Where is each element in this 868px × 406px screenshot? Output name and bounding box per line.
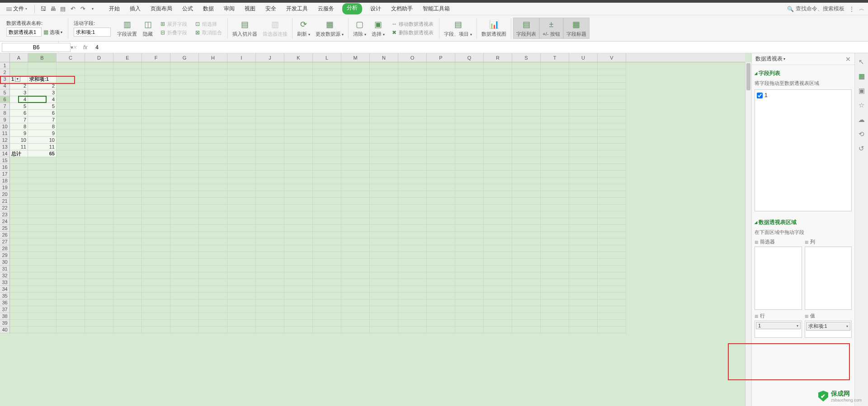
- cell[interactable]: [28, 320, 57, 327]
- cell[interactable]: [199, 211, 227, 218]
- row-header-40[interactable]: 40: [0, 327, 10, 333]
- cell[interactable]: [199, 69, 227, 76]
- pivot-name-input[interactable]: [6, 28, 42, 37]
- cell[interactable]: [455, 191, 484, 198]
- value-drop-area[interactable]: 求和项:1▾: [805, 321, 852, 338]
- cell[interactable]: [10, 238, 28, 245]
- cell[interactable]: [341, 245, 370, 252]
- cell[interactable]: 10: [28, 137, 57, 144]
- row-header-13[interactable]: 13: [0, 144, 10, 150]
- cell[interactable]: [370, 157, 398, 164]
- cell[interactable]: [10, 327, 28, 333]
- cell[interactable]: [313, 83, 341, 89]
- cell[interactable]: [113, 266, 142, 272]
- row-header-39[interactable]: 39: [0, 320, 10, 327]
- cell[interactable]: [313, 198, 341, 205]
- cell[interactable]: [199, 272, 227, 279]
- cell[interactable]: [170, 191, 199, 198]
- cell[interactable]: [85, 313, 113, 320]
- cell[interactable]: [484, 238, 512, 245]
- cell[interactable]: [512, 76, 541, 83]
- cell[interactable]: [569, 191, 598, 198]
- cell[interactable]: [57, 266, 85, 272]
- cell[interactable]: [113, 320, 142, 327]
- cell[interactable]: [313, 110, 341, 117]
- cell[interactable]: [199, 164, 227, 171]
- cell[interactable]: [142, 286, 170, 293]
- cell[interactable]: [28, 238, 57, 245]
- cell[interactable]: [484, 245, 512, 252]
- row-header-38[interactable]: 38: [0, 313, 10, 320]
- cell[interactable]: [455, 177, 484, 184]
- cell[interactable]: [85, 232, 113, 238]
- cell[interactable]: [313, 76, 341, 83]
- history-icon[interactable]: ↺: [858, 145, 866, 153]
- cell[interactable]: [398, 259, 427, 266]
- cell[interactable]: [256, 171, 284, 177]
- cell[interactable]: [341, 293, 370, 299]
- cell[interactable]: [284, 103, 313, 110]
- cell[interactable]: [370, 286, 398, 293]
- cell[interactable]: [57, 184, 85, 191]
- cell[interactable]: [512, 320, 541, 327]
- cell[interactable]: [142, 69, 170, 76]
- cell[interactable]: [113, 259, 142, 266]
- cell[interactable]: [341, 62, 370, 69]
- cell[interactable]: [284, 313, 313, 320]
- cell[interactable]: [170, 157, 199, 164]
- cell[interactable]: [484, 252, 512, 259]
- row-header-26[interactable]: 26: [0, 232, 10, 238]
- cell[interactable]: [28, 184, 57, 191]
- cell[interactable]: [370, 232, 398, 238]
- cell[interactable]: [370, 69, 398, 76]
- cell[interactable]: [57, 69, 85, 76]
- cell[interactable]: [85, 205, 113, 211]
- cell[interactable]: [512, 266, 541, 272]
- cell[interactable]: [142, 205, 170, 211]
- row-header-1[interactable]: 1: [0, 62, 10, 69]
- cell[interactable]: [541, 103, 569, 110]
- cell[interactable]: [569, 198, 598, 205]
- cell[interactable]: [256, 238, 284, 245]
- cell[interactable]: [10, 177, 28, 184]
- cell[interactable]: [113, 245, 142, 252]
- cell[interactable]: [170, 89, 199, 96]
- cell[interactable]: [113, 123, 142, 130]
- cell[interactable]: [57, 62, 85, 69]
- cell[interactable]: [512, 211, 541, 218]
- cell[interactable]: [256, 150, 284, 157]
- cell[interactable]: [455, 205, 484, 211]
- cell[interactable]: [170, 279, 199, 286]
- cell[interactable]: [398, 320, 427, 327]
- cell[interactable]: [256, 245, 284, 252]
- cell[interactable]: [256, 313, 284, 320]
- cell[interactable]: [370, 293, 398, 299]
- cell[interactable]: [227, 89, 256, 96]
- cell[interactable]: [398, 232, 427, 238]
- cell[interactable]: [398, 110, 427, 117]
- cell[interactable]: [541, 76, 569, 83]
- cell[interactable]: [57, 299, 85, 306]
- cell[interactable]: [284, 252, 313, 259]
- cell[interactable]: [113, 164, 142, 171]
- cell[interactable]: [569, 137, 598, 144]
- cell[interactable]: [113, 299, 142, 306]
- cell[interactable]: [113, 110, 142, 117]
- cell[interactable]: [398, 205, 427, 211]
- cell[interactable]: [85, 225, 113, 232]
- cell[interactable]: [256, 184, 284, 191]
- cell[interactable]: [427, 184, 455, 191]
- cell[interactable]: [427, 198, 455, 205]
- cell[interactable]: [541, 293, 569, 299]
- cell[interactable]: [199, 198, 227, 205]
- cell[interactable]: [598, 76, 626, 83]
- cell[interactable]: [484, 211, 512, 218]
- cell[interactable]: [455, 245, 484, 252]
- insert-slicer-button[interactable]: ▤插入切片器: [230, 18, 260, 38]
- cell[interactable]: [455, 117, 484, 123]
- cell[interactable]: [199, 171, 227, 177]
- cell[interactable]: [199, 238, 227, 245]
- cell[interactable]: [284, 225, 313, 232]
- cell[interactable]: [227, 144, 256, 150]
- cell[interactable]: [541, 205, 569, 211]
